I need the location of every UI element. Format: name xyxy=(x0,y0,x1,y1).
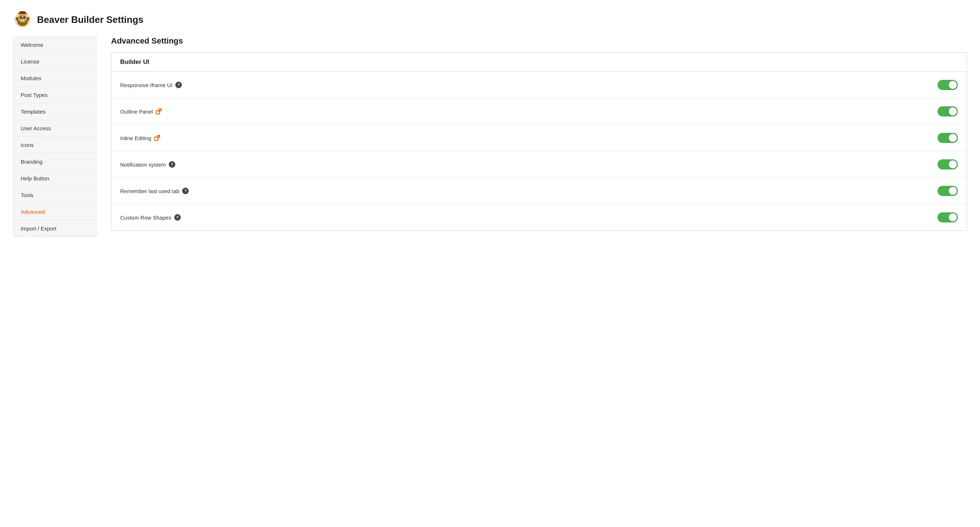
setting-row-outline-panel: Outline Panel xyxy=(111,98,967,125)
setting-label-responsive-iframe-ui: Responsive Iframe UI? xyxy=(120,82,182,88)
setting-label-custom-row-shapes: Custom Row Shapes? xyxy=(120,214,181,221)
sidebar-item-license[interactable]: License xyxy=(13,53,96,70)
page-heading: Beaver Builder Settings xyxy=(37,14,143,25)
sidebar-item-user-access[interactable]: User Access xyxy=(13,120,96,137)
sidebar-item-post-types[interactable]: Post Types xyxy=(13,87,96,103)
setting-text-notification-system: Notification system xyxy=(120,161,166,168)
setting-text-outline-panel: Outline Panel xyxy=(120,108,153,115)
setting-row-responsive-iframe-ui: Responsive Iframe UI? xyxy=(111,72,967,98)
header: Beaver Builder Settings xyxy=(0,0,980,36)
sidebar-item-branding[interactable]: Branding xyxy=(13,153,96,170)
help-icon[interactable]: ? xyxy=(175,82,182,88)
toggle-remember-last-used-tab[interactable] xyxy=(937,186,958,196)
sidebar-item-advanced[interactable]: Advanced xyxy=(13,204,96,220)
help-icon[interactable]: ? xyxy=(169,161,175,168)
svg-point-11 xyxy=(16,17,19,21)
toggle-custom-row-shapes[interactable] xyxy=(937,212,958,223)
setting-label-remember-last-used-tab: Remember last used tab? xyxy=(120,188,189,194)
toggle-responsive-iframe-ui[interactable] xyxy=(937,80,958,90)
settings-panel: Builder UI Responsive Iframe UI?Outline … xyxy=(111,52,967,231)
setting-label-outline-panel: Outline Panel xyxy=(120,108,162,115)
svg-point-4 xyxy=(24,17,25,19)
sidebar-item-icons[interactable]: Icons xyxy=(13,137,96,153)
app-logo xyxy=(13,10,32,29)
setting-text-remember-last-used-tab: Remember last used tab xyxy=(120,188,179,194)
setting-row-custom-row-shapes: Custom Row Shapes? xyxy=(111,204,967,231)
external-link-icon[interactable] xyxy=(154,135,160,141)
setting-row-notification-system: Notification system? xyxy=(111,151,967,178)
setting-row-remember-last-used-tab: Remember last used tab? xyxy=(111,178,967,204)
toggle-outline-panel[interactable] xyxy=(937,106,958,116)
setting-text-inline-editing: Inline Editing xyxy=(120,135,151,141)
settings-rows: Responsive Iframe UI?Outline Panel Inlin… xyxy=(111,72,967,231)
svg-rect-7 xyxy=(23,19,24,21)
help-icon[interactable]: ? xyxy=(174,214,181,221)
setting-label-notification-system: Notification system? xyxy=(120,161,175,168)
svg-rect-9 xyxy=(20,11,25,14)
setting-text-responsive-iframe-ui: Responsive Iframe UI xyxy=(120,82,172,88)
sidebar-item-templates[interactable]: Templates xyxy=(13,103,96,120)
content-area: Advanced Settings Builder UI Responsive … xyxy=(111,36,967,231)
sidebar-item-import-export[interactable]: Import / Export xyxy=(13,220,96,237)
main-layout: WelcomeLicenseModulesPost TypesTemplates… xyxy=(0,36,980,237)
help-icon[interactable]: ? xyxy=(182,188,189,194)
external-link-icon[interactable] xyxy=(156,108,162,114)
setting-text-custom-row-shapes: Custom Row Shapes xyxy=(120,215,171,221)
sidebar: WelcomeLicenseModulesPost TypesTemplates… xyxy=(13,36,97,237)
setting-label-inline-editing: Inline Editing xyxy=(120,135,160,141)
svg-rect-10 xyxy=(18,13,27,14)
content-title: Advanced Settings xyxy=(111,36,967,46)
sidebar-item-welcome[interactable]: Welcome xyxy=(13,37,96,53)
svg-point-3 xyxy=(20,17,22,19)
sidebar-item-tools[interactable]: Tools xyxy=(13,187,96,204)
toggle-notification-system[interactable] xyxy=(937,159,958,169)
sidebar-item-help-button[interactable]: Help Button xyxy=(13,170,96,187)
setting-row-inline-editing: Inline Editing xyxy=(111,125,967,151)
svg-point-12 xyxy=(27,17,29,21)
svg-rect-6 xyxy=(21,19,22,21)
section-title: Builder UI xyxy=(111,53,967,72)
toggle-inline-editing[interactable] xyxy=(937,133,958,143)
sidebar-item-modules[interactable]: Modules xyxy=(13,70,96,87)
